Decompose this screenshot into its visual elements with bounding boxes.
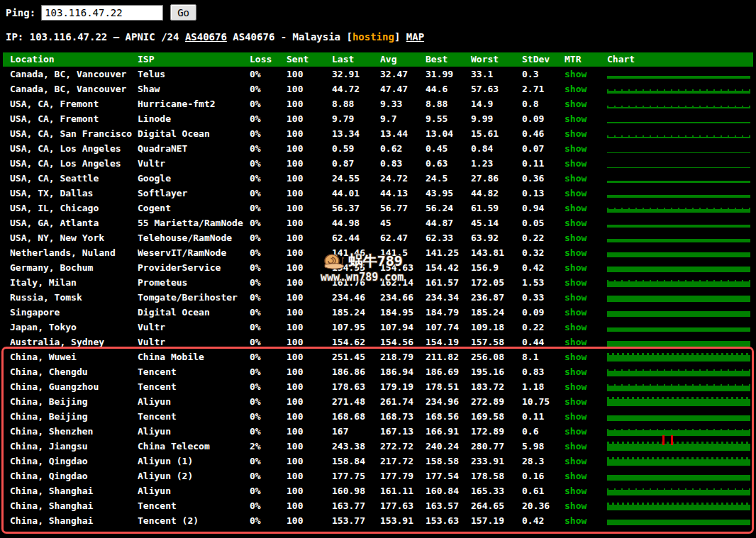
cell-best: 178.51 — [426, 379, 471, 394]
mtr-show-link[interactable]: show — [565, 426, 587, 437]
mtr-show-link[interactable]: show — [565, 366, 587, 377]
cell-last: 271.48 — [332, 394, 380, 409]
cell-chart — [607, 498, 753, 513]
mtr-show-link[interactable]: show — [565, 262, 587, 273]
mtr-show-link[interactable]: show — [565, 232, 587, 243]
cell-location: Japan, Tokyo — [10, 320, 138, 335]
cell-stdev: 0.11 — [522, 409, 565, 424]
cell-stdev: 0.8 — [522, 96, 565, 111]
mtr-show-link[interactable]: show — [565, 352, 587, 362]
cell-isp: Vultr — [138, 320, 250, 335]
cell-worst: 178.58 — [471, 469, 522, 483]
mtr-show-link[interactable]: show — [565, 158, 587, 169]
map-link[interactable]: MAP — [406, 31, 424, 43]
cell-location: China, Qingdao — [10, 469, 138, 483]
cell-best: 43.95 — [426, 186, 471, 201]
cell-worst: 15.61 — [471, 126, 522, 141]
table-row: China, Wuwei China Mobile 0% 100 251.45 … — [3, 349, 753, 364]
table-row: China, Jiangsu China Telecom 2% 100 243.… — [3, 439, 753, 454]
table-row: China, Beijing Aliyun 0% 100 271.48 261.… — [3, 394, 753, 409]
cell-loss: 0% — [250, 498, 287, 513]
mtr-show-link[interactable]: show — [565, 113, 587, 124]
mtr-show-link[interactable]: show — [565, 396, 587, 407]
mtr-show-link[interactable]: show — [565, 128, 587, 139]
mtr-show-link[interactable]: show — [565, 69, 587, 79]
cell-avg: 56.77 — [380, 201, 426, 215]
cell-worst: 236.87 — [471, 290, 522, 305]
cell-best: 13.04 — [426, 126, 471, 141]
cell-stdev: 0.11 — [522, 156, 565, 171]
cell-sent: 100 — [287, 394, 332, 409]
cell-chart — [607, 156, 753, 171]
cell-loss: 0% — [250, 305, 287, 320]
cell-loss: 0% — [250, 126, 287, 141]
cell-loss: 0% — [250, 171, 287, 186]
mtr-show-link[interactable]: show — [565, 143, 587, 154]
go-button[interactable]: Go — [170, 4, 196, 21]
cell-worst: 109.18 — [471, 320, 522, 335]
mtr-show-link[interactable]: show — [565, 411, 587, 422]
mtr-show-link[interactable]: show — [565, 381, 587, 392]
mtr-show-link[interactable]: show — [565, 218, 587, 228]
latency-sparkline-bar — [607, 252, 750, 257]
cell-worst: 264.65 — [471, 498, 522, 513]
mtr-show-link[interactable]: show — [565, 173, 587, 184]
cell-worst: 143.81 — [471, 245, 522, 260]
mtr-show-link[interactable]: show — [565, 307, 587, 318]
latency-sparkline-bar — [607, 296, 750, 302]
table-row: Japan, Tokyo Vultr 0% 100 107.95 107.94 … — [3, 320, 753, 335]
cell-isp: China Telecom — [138, 439, 250, 454]
cell-sent: 100 — [287, 126, 332, 141]
mtr-show-link[interactable]: show — [565, 277, 587, 288]
cell-sent: 100 — [287, 230, 332, 245]
mtr-show-link[interactable]: show — [565, 203, 587, 213]
cell-location: Canada, BC, Vancouver — [10, 82, 138, 96]
mtr-show-link[interactable]: show — [565, 292, 587, 303]
cell-avg: 9.7 — [380, 111, 426, 126]
asn-country-text: AS40676 - Malaysia [ — [227, 31, 352, 43]
cell-worst: 45.14 — [471, 215, 522, 230]
mtr-show-link[interactable]: show — [565, 486, 587, 496]
cell-chart — [607, 260, 753, 275]
cell-chart — [607, 201, 753, 215]
ping-input[interactable] — [41, 5, 163, 21]
cell-location: USA, CA, Fremont — [10, 96, 138, 111]
table-row: China, Shanghai Aliyun 0% 100 160.98 161… — [3, 483, 753, 498]
cell-best: 107.74 — [426, 320, 471, 335]
table-body: Canada, BC, Vancouver Telus 0% 100 32.91… — [3, 67, 753, 528]
sparkline-spikes — [607, 89, 750, 91]
mtr-show-link[interactable]: show — [565, 500, 587, 511]
cell-avg: 168.73 — [380, 409, 426, 424]
mtr-show-link[interactable]: show — [565, 84, 587, 94]
table-row: USA, CA, Fremont Hurricane-fmt2 0% 100 8… — [3, 96, 753, 111]
cell-loss: 0% — [250, 364, 287, 379]
table-row: USA, CA, Los Angeles QuadraNET 0% 100 0.… — [3, 141, 753, 156]
cell-worst: 233.91 — [471, 454, 522, 469]
cell-worst: 1.23 — [471, 156, 522, 171]
cell-stdev: 0.94 — [522, 201, 565, 215]
table-row: USA, CA, San Francisco Digital Ocean 0% … — [3, 126, 753, 141]
mtr-show-link[interactable]: show — [565, 247, 587, 258]
mtr-show-link[interactable]: show — [565, 441, 587, 452]
cell-location: China, Shanghai — [10, 513, 138, 528]
cell-worst: 44.82 — [471, 186, 522, 201]
cell-worst: 9.99 — [471, 111, 522, 126]
mtr-show-link[interactable]: show — [565, 515, 587, 526]
asn-link[interactable]: AS40676 — [185, 31, 227, 43]
cell-last: 168.68 — [332, 409, 380, 424]
mtr-show-link[interactable]: show — [565, 337, 587, 347]
cell-avg: 32.47 — [380, 67, 426, 82]
header-avg: Avg — [380, 52, 426, 67]
mtr-show-link[interactable]: show — [565, 471, 587, 481]
mtr-show-link[interactable]: show — [565, 456, 587, 466]
header-sent: Sent — [287, 52, 332, 67]
cell-isp: Tencent (2) — [138, 513, 250, 528]
mtr-show-link[interactable]: show — [565, 188, 587, 198]
mtr-show-link[interactable]: show — [565, 99, 587, 109]
cell-stdev: 0.22 — [522, 320, 565, 335]
cell-sent: 100 — [287, 141, 332, 156]
cell-worst: 157.58 — [471, 335, 522, 349]
table-row: Germany, Bochum ProviderService 0% 100 1… — [3, 260, 753, 275]
cell-worst: 14.9 — [471, 96, 522, 111]
mtr-show-link[interactable]: show — [565, 322, 587, 332]
